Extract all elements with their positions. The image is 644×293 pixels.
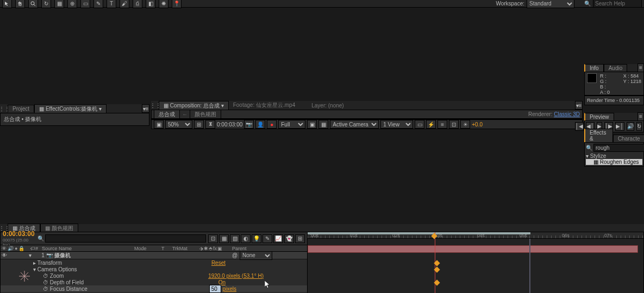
workspace-select[interactable]: Standard: [527, 0, 574, 8]
tool-text[interactable]: T: [107, 0, 116, 8]
view-mode-select[interactable]: Active Camera: [330, 120, 379, 129]
keyframe-icon[interactable]: [434, 266, 440, 272]
comp-mini-flow-icon[interactable]: ⊡: [208, 234, 218, 243]
switch-icon[interactable]: fx: [213, 246, 217, 251]
tab-character[interactable]: Characte: [613, 135, 644, 142]
layer-row[interactable]: 👁 ▾ 1 📷 摄像机 @ None: [1, 252, 307, 259]
tool-shape[interactable]: ▭: [80, 0, 90, 8]
switch-icon[interactable]: ⬘: [209, 246, 212, 251]
prop-camera-options[interactable]: ▾ Camera Options: [1, 266, 307, 272]
tool-camera[interactable]: ▦: [54, 0, 64, 8]
tool-anchor[interactable]: ⊕: [67, 0, 77, 8]
channel-icon[interactable]: ●: [267, 120, 277, 129]
tab-composition[interactable]: ▦ Composition: 总合成 ▾: [159, 101, 229, 110]
header-source[interactable]: Source Name: [42, 246, 134, 251]
brainstorm-icon[interactable]: 💡: [252, 234, 261, 243]
tool-eraser[interactable]: ◧: [146, 0, 155, 8]
reset-exposure-icon[interactable]: ☀: [460, 120, 470, 129]
panel-grip-icon[interactable]: ⋮⋮: [1, 104, 8, 113]
frame-blend-icon[interactable]: ▧: [230, 234, 240, 243]
prop-zoom[interactable]: ⏱ Zoom 1920.0 pixels (53.1° H): [1, 272, 307, 279]
playhead-icon[interactable]: [431, 233, 437, 239]
tree-stylize[interactable]: ▾ Stylize: [586, 153, 642, 159]
panel-menu-icon[interactable]: ≡: [637, 112, 644, 121]
motion-blur-icon[interactable]: ◐: [241, 234, 251, 243]
reset-link[interactable]: Reset: [211, 260, 226, 266]
panel-menu-icon[interactable]: ▾≡: [142, 104, 149, 113]
audio-icon[interactable]: 🔊: [627, 122, 634, 131]
panel-grip-icon[interactable]: ⋮⋮: [152, 101, 159, 110]
timeline-graph[interactable]: :00s 01s 02s 03s 04s 05s 06s 07s: [308, 232, 643, 293]
tab-preview[interactable]: Preview: [584, 113, 614, 120]
keyframe-icon[interactable]: [434, 279, 440, 285]
panel-menu-icon[interactable]: ▾≡: [575, 101, 583, 110]
time-display[interactable]: 0:00:03:00: [217, 122, 242, 128]
timeline-icon[interactable]: ≡: [437, 120, 447, 129]
snapshot-icon[interactable]: 📷: [244, 120, 254, 129]
tool-stamp[interactable]: ⎙: [133, 0, 142, 8]
roi-icon[interactable]: ▣: [307, 120, 317, 129]
timeline-tab-1[interactable]: ▦ 颜色规图: [40, 224, 78, 233]
parent-select[interactable]: None: [240, 251, 272, 260]
res-toggle[interactable]: ⊞: [194, 120, 204, 129]
exposure-value[interactable]: +0.0: [472, 122, 483, 128]
stopwatch-icon[interactable]: ⏱: [43, 273, 48, 279]
views-select[interactable]: 1 View: [380, 120, 413, 129]
tool-rotate[interactable]: ↻: [41, 0, 51, 8]
eye-icon[interactable]: 👁: [2, 252, 7, 258]
shy-icon[interactable]: 👻: [284, 234, 294, 243]
time-nav-icon[interactable]: ⧗: [205, 120, 215, 129]
first-frame-icon[interactable]: │◀: [575, 122, 584, 131]
tool-pen[interactable]: ✎: [93, 0, 103, 8]
mask-icon[interactable]: ▣: [154, 120, 164, 129]
tab-audio[interactable]: Audio: [604, 64, 628, 72]
stopwatch-icon[interactable]: ⏱: [43, 279, 48, 285]
draft3d-icon[interactable]: ▦: [219, 234, 229, 243]
comp-flow-icon[interactable]: ⊡: [449, 120, 459, 129]
pixel-aspect-icon[interactable]: ▭: [415, 120, 424, 129]
value-zoom[interactable]: 1920.0 pixels (53.1° H): [208, 273, 264, 279]
graph-editor-icon[interactable]: 📈: [273, 234, 283, 243]
timeline-search-input[interactable]: [45, 234, 206, 243]
tool-brush[interactable]: 🖌: [120, 0, 129, 8]
panel-menu-icon[interactable]: ≡: [637, 63, 644, 72]
work-area[interactable]: [308, 232, 530, 234]
prop-dof[interactable]: ⏱ Depth of Field On: [1, 279, 307, 285]
switch-icon[interactable]: ▣: [217, 246, 222, 251]
audio-header-icon[interactable]: 🔊: [8, 246, 14, 251]
tree-roughen-edges[interactable]: ▦ Roughen Edges: [586, 159, 642, 165]
show-snapshot-icon[interactable]: 👤: [255, 120, 265, 129]
tool-hand[interactable]: [15, 0, 25, 8]
composition-viewer[interactable]: Active Camera: [151, 118, 583, 119]
header-mode[interactable]: Mode: [134, 246, 161, 251]
switch-icon[interactable]: ⬗: [199, 246, 203, 251]
sub-tab-0[interactable]: 总合成: [154, 110, 180, 119]
resolution-select[interactable]: Full: [278, 120, 305, 129]
focus-distance-input[interactable]: [209, 285, 221, 293]
sub-tab-1[interactable]: 颜色规图: [190, 110, 221, 119]
pickwhip-icon[interactable]: @: [232, 252, 240, 258]
lock-header-icon[interactable]: 🔒: [18, 246, 24, 251]
tab-effect-controls[interactable]: ▦ EffectControls: 摄像机 ▾: [34, 104, 107, 113]
zoom-select[interactable]: 50%: [165, 120, 192, 129]
stopwatch-icon[interactable]: ⏱: [43, 286, 48, 292]
last-frame-icon[interactable]: ▶│: [615, 122, 624, 131]
header-trkmat[interactable]: TrkMat: [172, 246, 199, 251]
transparency-icon[interactable]: ▦: [318, 120, 328, 129]
tool-roto[interactable]: ✺: [159, 0, 168, 8]
auto-kf-icon[interactable]: ✎: [262, 234, 272, 243]
tool-puppet[interactable]: 📍: [172, 0, 182, 8]
effects-search-input[interactable]: [593, 144, 644, 152]
header-t[interactable]: T: [161, 246, 172, 251]
prop-focus-distance[interactable]: ⏱ Focus Distance pixels: [1, 285, 307, 292]
renderer-value[interactable]: Classic 3D: [554, 111, 580, 117]
prop-transform[interactable]: ▸ Transform Reset: [1, 259, 307, 266]
disclosure-icon[interactable]: ▾: [27, 252, 33, 258]
label-header-icon[interactable]: 🏷#: [27, 246, 42, 251]
tab-info[interactable]: Info: [584, 64, 604, 72]
header-parent[interactable]: Parent: [232, 246, 265, 251]
layer-bar[interactable]: [308, 245, 638, 253]
tab-project[interactable]: Project: [8, 105, 34, 112]
switch-icon[interactable]: ✱: [204, 246, 208, 251]
tool-selection[interactable]: [2, 0, 12, 8]
